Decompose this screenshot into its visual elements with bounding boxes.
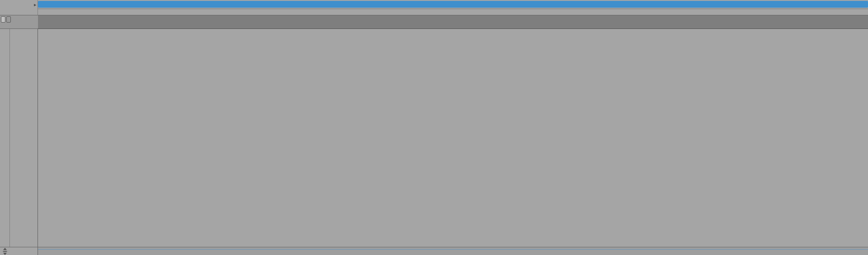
- loop-region[interactable]: [38, 1, 868, 8]
- lane-collapse-down-icon[interactable]: [3, 253, 7, 255]
- timeline-gutter: ▸: [0, 0, 38, 9]
- lane-toggle-button[interactable]: [3, 251, 7, 252]
- velocity-lane-header: [10, 247, 38, 255]
- midi-editor: ▸: [0, 0, 868, 255]
- editor-toolbar: [0, 15, 38, 29]
- loop-bar[interactable]: [38, 0, 868, 9]
- loop-start-marker-icon[interactable]: ▸: [34, 2, 37, 7]
- note-grid[interactable]: [38, 29, 868, 247]
- scale-button[interactable]: [6, 16, 11, 23]
- ruler-gutter: [0, 9, 38, 15]
- left-gutter: [0, 29, 10, 247]
- velocity-level-line: [38, 249, 868, 250]
- header-strip: [38, 15, 868, 29]
- fold-button[interactable]: [1, 16, 5, 23]
- velocity-lane[interactable]: [38, 247, 868, 255]
- time-ruler[interactable]: [38, 9, 868, 15]
- lane-collapse-up-icon[interactable]: [3, 248, 7, 250]
- piano-keyboard[interactable]: [10, 29, 38, 247]
- velocity-controls: [0, 247, 10, 255]
